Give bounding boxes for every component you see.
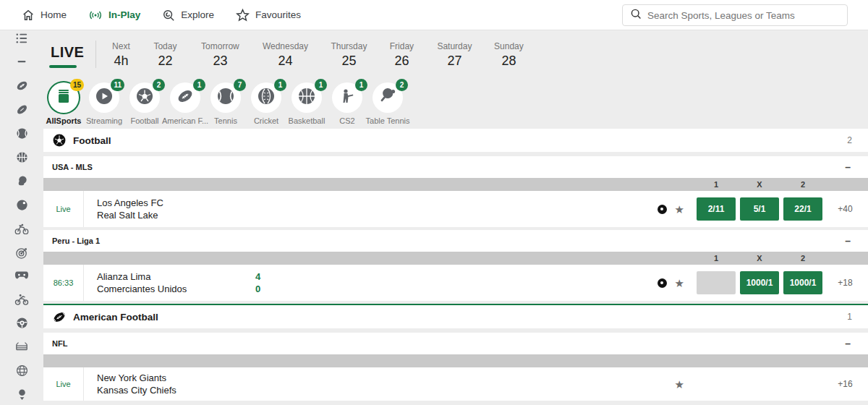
league-header-peru-liga1[interactable]: Peru - Liga 1 – [43,230,868,252]
odds-button-draw[interactable]: 1000/1 [740,271,779,294]
match-clock: 86:33 [43,265,84,301]
chip-cricket[interactable]: 1 Cricket [246,78,286,125]
internet-games-icon[interactable] [14,364,29,377]
collapse-icon[interactable]: – [845,161,851,173]
search-box[interactable] [622,4,848,26]
more-markets-link[interactable]: +16 [827,379,864,389]
sports-sidebar [0,31,43,405]
chip-count-badge: 2 [396,79,408,91]
collapse-icon[interactable]: – [845,338,851,349]
tab-wednesday[interactable]: Wednesday 24 [251,40,319,69]
basketball-icon[interactable] [14,150,29,163]
tab-next-4h[interactable]: Next 4h [101,40,141,69]
chip-count-badge: 1 [355,79,367,91]
motorcycling-icon[interactable] [14,292,29,305]
chip-count-badge: 15 [70,79,84,91]
sport-header-football[interactable]: Football 2 [43,129,868,152]
american-football-icon [176,87,195,108]
chip-cs2[interactable]: 1 CS2 [327,78,367,125]
esports-icon[interactable] [14,270,29,281]
match-row-lafc-rsl[interactable]: Live Los Angeles FC Real Salt Lake ★ 2/1… [43,191,868,227]
live-stream-icon[interactable] [658,205,667,214]
away-score: 0 [255,283,260,295]
odds-button-away[interactable]: 22/1 [783,197,822,221]
nav-item-explore[interactable]: Explore [162,9,214,22]
collapse-dash-icon[interactable] [14,55,29,68]
away-team: Real Salt Lake [97,209,163,221]
match-teams: New York Giants Kansas City Chiefs [84,367,176,401]
tennis-icon[interactable] [14,127,29,140]
sport-title: American Football [73,312,158,323]
sport-filter-chips: 15 AllSports 11 Streaming 2 [43,78,868,129]
odds-column-header [43,354,868,367]
tab-live[interactable]: LIVE [49,41,85,68]
league-header-nfl[interactable]: NFL – [43,333,868,354]
home-team: Alianza Lima [97,270,187,283]
odds-button-home[interactable]: 2/11 [697,197,736,221]
sport-count: 1 [847,312,852,322]
chip-count-badge: 2 [153,79,165,91]
tab-saturday[interactable]: Saturday 27 [425,40,484,69]
chip-tennis[interactable]: 7 Tennis [205,78,246,125]
chip-basketball[interactable]: 1 Basketball [286,78,327,125]
nav-item-in-play[interactable]: In-Play [88,9,140,21]
all-sports-icon [55,88,72,108]
odds-button-away[interactable]: 1000/1 [783,271,822,294]
home-score: 4 [255,270,260,283]
match-teams: Los Angeles FC Real Salt Lake [84,191,163,227]
live-stream-icon[interactable] [658,278,667,288]
chip-count-badge: 11 [111,79,124,91]
home-team: New York Giants [97,372,176,384]
menu-list-icon[interactable] [14,33,29,44]
more-markets-link[interactable]: +40 [827,204,864,214]
league-name: Peru - Liga 1 [52,236,100,245]
favourite-star-icon[interactable]: ★ [675,204,684,215]
nav-item-home[interactable]: Home [22,9,67,22]
chip-football[interactable]: 2 Football [124,78,165,125]
league-block-usa-mls: USA - MLS – 1 X 2 Live Los Angeles FC Re… [43,156,868,227]
favourite-star-icon[interactable]: ★ [675,379,684,390]
nav-item-favourites[interactable]: Favourites [236,9,301,22]
chip-all-sports[interactable]: 15 AllSports [43,78,84,125]
league-header-usa-mls[interactable]: USA - MLS – [43,156,868,178]
odds-cluster: ★ +16 [675,367,868,401]
league-name: NFL [52,339,67,348]
chip-count-badge: 1 [274,79,286,91]
section-football: Football 2 [43,129,868,152]
away-team: Comerciantes Unidos [97,283,187,295]
nav-item-label: Explore [181,9,214,20]
darts-icon[interactable] [14,246,29,259]
home-icon [22,9,35,22]
tab-today[interactable]: Today 22 [141,40,189,69]
tab-sunday[interactable]: Sunday 28 [484,40,533,69]
chip-streaming[interactable]: 11 Streaming [84,78,124,125]
bowls-icon[interactable] [14,198,29,211]
tab-tomorrow[interactable]: Tomorrow 23 [189,40,251,69]
match-status: Live [43,367,84,401]
sport-header-american-football[interactable]: American Football 1 [43,305,868,328]
chip-count-badge: 1 [315,79,327,91]
more-markets-link[interactable]: +18 [827,278,864,288]
odds-cluster: ★ 2/11 5/1 22/1 +40 [658,191,868,227]
favourite-star-icon[interactable]: ★ [675,278,684,289]
odds-button-draw[interactable]: 5/1 [740,197,779,221]
match-row-alianza-comerciantes[interactable]: 86:33 Alianza Lima Comerciantes Unidos 4… [43,265,868,301]
streaming-play-icon [95,87,114,108]
collapse-icon[interactable]: – [845,235,851,247]
main-content: LIVE Next 4h Today 22 Tomorrow 23 Wednes… [43,30,868,401]
tab-friday[interactable]: Friday 26 [378,40,425,69]
steering-wheel-icon[interactable] [14,316,29,329]
american-football-icon[interactable] [14,79,29,92]
tennis-icon [216,87,235,108]
match-row-giants-chiefs[interactable]: Live New York Giants Kansas City Chiefs … [43,367,868,401]
chip-table-tennis[interactable]: 2 Table Tennis [367,78,408,125]
sport-title: Football [73,135,111,146]
tab-thursday[interactable]: Thursday 25 [319,40,378,69]
boxing-icon[interactable] [14,174,29,187]
boxing-ring-icon[interactable] [14,340,29,353]
golf-icon[interactable] [14,388,29,401]
rugby-icon[interactable] [14,103,29,116]
chip-american-football[interactable]: 1 American F... [165,78,205,125]
search-input[interactable] [647,10,840,21]
cycling-icon[interactable] [14,222,29,235]
